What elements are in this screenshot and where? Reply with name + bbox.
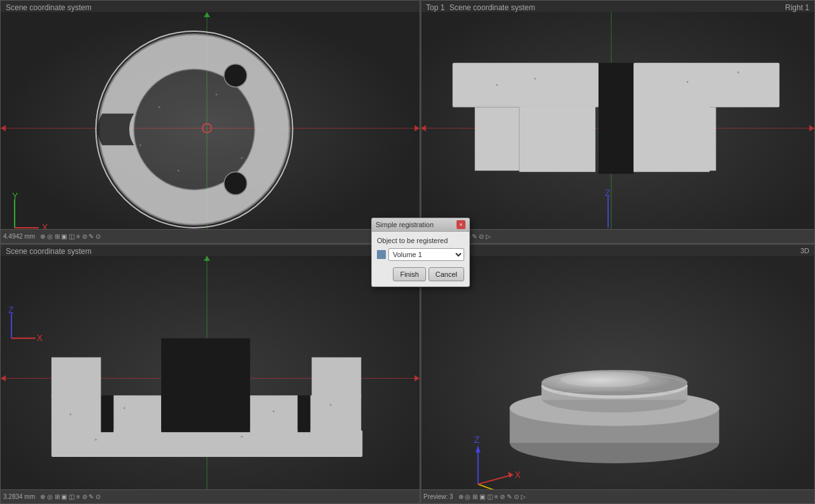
- toolbar-br: Preview: 3 ⊕ ◎ ⊞ ▣ ◫ ≡ ⊘ ✎ ⊙ ▷: [421, 489, 814, 503]
- svg-rect-58: [298, 395, 311, 432]
- dialog-title: Simple registration: [376, 221, 434, 228]
- svg-point-40: [737, 71, 739, 73]
- svg-point-66: [241, 436, 243, 438]
- dialog-buttons: Finish Cancel: [377, 267, 464, 281]
- svg-rect-60: [312, 358, 362, 398]
- svg-rect-52: [52, 395, 103, 432]
- measurement-tl: 4.4942 mm: [3, 233, 35, 240]
- svg-rect-51: [52, 430, 362, 457]
- svg-point-18: [139, 144, 141, 146]
- svg-point-63: [273, 410, 274, 412]
- viewport-canvas-br: Z Y X: [421, 256, 814, 501]
- svg-rect-53: [52, 358, 101, 398]
- viewport-label-tr-right: Right 1: [785, 3, 809, 12]
- svg-rect-54: [101, 395, 114, 432]
- svg-rect-57: [250, 395, 298, 432]
- svg-rect-29: [453, 63, 599, 108]
- svg-point-37: [496, 84, 498, 86]
- svg-point-16: [215, 94, 217, 95]
- dialog-body: Object to be registered Volume 1 Finish …: [372, 232, 469, 286]
- svg-point-39: [686, 81, 688, 83]
- volume-icon: [377, 250, 386, 259]
- label-3d: 3D: [800, 247, 809, 255]
- svg-rect-55: [113, 395, 161, 432]
- finish-button[interactable]: Finish: [393, 267, 425, 281]
- measurement-bl: 3.2834 mm: [3, 493, 35, 500]
- svg-point-12: [224, 64, 247, 87]
- dialog-titlebar[interactable]: Simple registration ×: [372, 218, 469, 232]
- volume-select[interactable]: Volume 1: [388, 248, 464, 261]
- svg-rect-31: [520, 106, 596, 172]
- svg-rect-35: [599, 63, 634, 174]
- viewport-label-tr: Top 1 Scene coordinate system: [426, 3, 535, 12]
- viewport-bottom-right[interactable]: nate system 3D: [420, 244, 815, 504]
- svg-rect-34: [634, 106, 710, 172]
- svg-text:X: X: [515, 470, 521, 480]
- dialog-object-label: Object to be registered: [377, 237, 464, 244]
- svg-rect-56: [161, 339, 250, 433]
- toolbar-tr: ⊕ ◎ ⊞ ▣ ◫ ≡ ⊘ ✎ ⊙ ▷: [421, 229, 814, 243]
- simple-registration-dialog: Simple registration × Object to be regis…: [371, 218, 470, 287]
- cancel-button[interactable]: Cancel: [429, 267, 464, 281]
- svg-point-38: [534, 78, 536, 80]
- svg-point-15: [178, 170, 180, 172]
- viewport-canvas-bl: Z X: [1, 256, 420, 501]
- svg-point-13: [224, 172, 247, 195]
- viewport-label-tl: Scene coordinate system: [6, 3, 92, 12]
- viewport-bottom-left[interactable]: Scene coordinate system: [0, 244, 420, 504]
- viewport-top-right[interactable]: Top 1 Scene coordinate system Right 1: [420, 0, 815, 244]
- viewport-canvas-tr: Z: [421, 12, 814, 241]
- svg-point-17: [241, 157, 243, 159]
- svg-rect-32: [634, 63, 779, 108]
- svg-point-61: [69, 414, 71, 416]
- dialog-select-row: Volume 1: [377, 248, 464, 261]
- svg-text:Z: Z: [474, 435, 480, 445]
- toolbar-tl: 4.4942 mm ⊕ ◎ ⊞ ▣ ◫ ≡ ⊘ ✎ ⊙: [1, 229, 420, 243]
- dialog-close-button[interactable]: ×: [457, 220, 465, 229]
- viewport-canvas-tl: Y X: [1, 12, 420, 241]
- svg-point-62: [124, 407, 125, 409]
- svg-rect-59: [311, 395, 362, 432]
- svg-point-14: [159, 106, 160, 108]
- svg-text:X: X: [37, 333, 43, 343]
- svg-point-64: [330, 404, 332, 406]
- preview-label: Preview: 3: [423, 493, 453, 500]
- toolbar-icons-tl: ⊕ ◎ ⊞ ▣ ◫ ≡ ⊘ ✎ ⊙: [40, 233, 101, 240]
- toolbar-bl: 3.2834 mm ⊕ ◎ ⊞ ▣ ◫ ≡ ⊘ ✎ ⊙: [1, 489, 420, 503]
- svg-point-65: [95, 439, 97, 441]
- svg-point-79: [560, 372, 649, 387]
- viewport-label-bl: Scene coordinate system: [6, 247, 92, 256]
- svg-rect-30: [475, 108, 520, 171]
- viewport-top-left[interactable]: Scene coordinate system: [0, 0, 420, 244]
